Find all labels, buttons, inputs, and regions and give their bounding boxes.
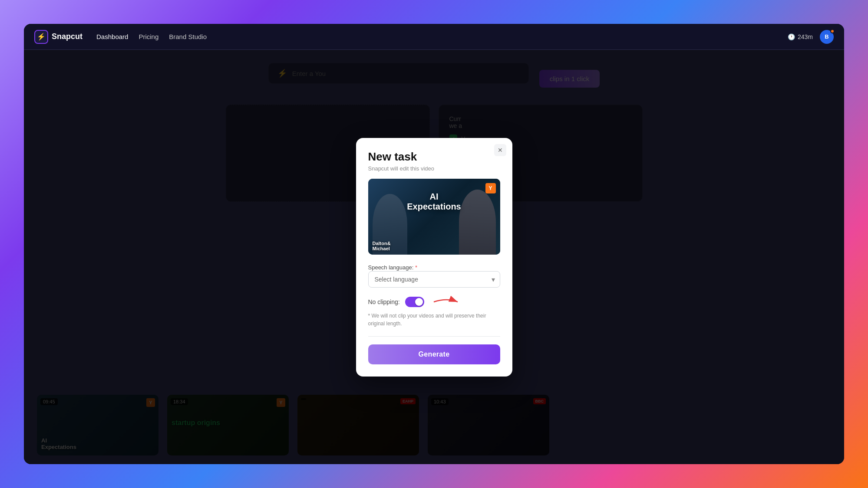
logo-area: ⚡ Snapcut <box>34 30 83 44</box>
video-people: Dalton&Michael <box>373 241 391 251</box>
app-window: ⚡ Snapcut Dashboard Pricing Brand Studio… <box>24 24 844 464</box>
nav-links: Dashboard Pricing Brand Studio <box>96 33 207 40</box>
logo-icon: ⚡ <box>34 30 48 44</box>
language-select-wrapper: Select language English Spanish French G… <box>368 271 500 288</box>
modal-title: New task <box>368 150 500 164</box>
user-avatar[interactable]: B <box>820 30 834 44</box>
navbar: ⚡ Snapcut Dashboard Pricing Brand Studio… <box>24 24 844 50</box>
notification-dot <box>830 29 835 33</box>
note-text: * We will not clip your videos and will … <box>368 312 500 328</box>
modal-close-button[interactable]: ✕ <box>494 144 506 156</box>
video-title: AI Expectations <box>407 192 461 212</box>
navbar-right: 🕐 243m B <box>788 30 834 44</box>
nav-link-brand-studio[interactable]: Brand Studio <box>169 33 207 40</box>
nav-link-dashboard[interactable]: Dashboard <box>96 33 128 40</box>
modal-overlay: ✕ New task Snapcut will edit this video <box>24 50 844 464</box>
no-clipping-label: No clipping: <box>368 298 400 305</box>
modal-divider <box>368 336 500 337</box>
modal-dialog: ✕ New task Snapcut will edit this video <box>356 138 512 377</box>
required-marker: * <box>415 264 417 271</box>
no-clipping-row: No clipping: <box>368 295 500 308</box>
no-clipping-toggle[interactable] <box>405 297 424 307</box>
modal-subtitle: Snapcut will edit this video <box>368 165 500 172</box>
main-content: ⚡ Enter a You clips in 1 click Curr we a <box>24 50 844 464</box>
time-badge: 🕐 243m <box>788 33 813 40</box>
nav-link-pricing[interactable]: Pricing <box>139 33 158 40</box>
time-value: 243m <box>798 33 813 40</box>
generate-button[interactable]: Generate <box>368 344 500 364</box>
clock-icon: 🕐 <box>788 33 795 40</box>
toggle-knob <box>415 298 423 306</box>
video-thumbnail: AI Expectations Dalton&Michael Y <box>368 179 500 255</box>
logo-text: Snapcut <box>52 32 83 41</box>
video-badge: Y <box>485 183 496 193</box>
speech-language-label: Speech language: * <box>368 264 418 271</box>
language-select[interactable]: Select language English Spanish French G… <box>368 271 500 288</box>
red-arrow-annotation <box>429 295 464 308</box>
